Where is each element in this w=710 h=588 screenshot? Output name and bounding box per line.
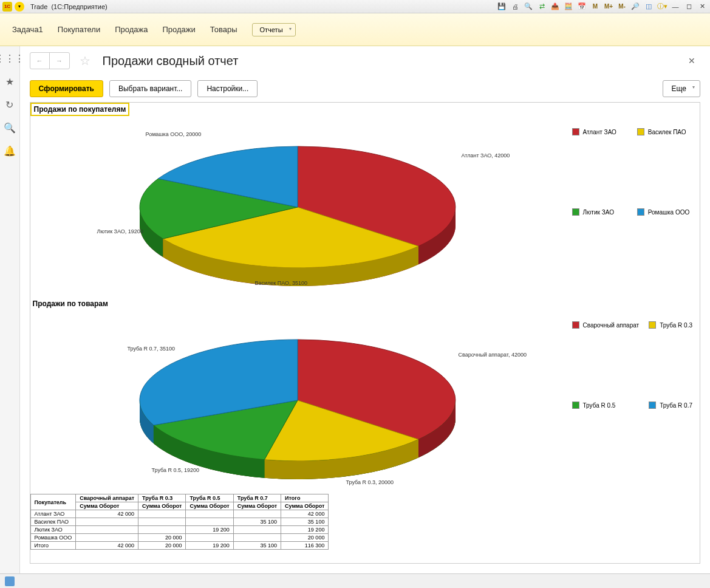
- pie-label-tube03: Труба R 0.3, 20000: [346, 479, 394, 485]
- menu-item-task1[interactable]: Задача1: [12, 25, 43, 34]
- titlebar: 1С ▾ Trade (1С:Предприятие) 💾 🖨 🔍 ⇄ 📤 🧮 …: [0, 0, 710, 13]
- legend-goods: Сварочный аппарат Труба R 0.3 Труба R 0.…: [565, 309, 700, 491]
- menu-item-buyers[interactable]: Покупатели: [58, 25, 100, 34]
- summary-table: Покупатель Сварочный аппарат Труба R 0.3…: [30, 494, 329, 550]
- legend-item: Сварочный аппарат: [572, 321, 640, 329]
- calculator-icon[interactable]: 🧮: [563, 1, 574, 12]
- sidebar: ⋮⋮⋮ ★ ↻ 🔍 🔔: [0, 46, 20, 573]
- legend-item: Ромашка ООО: [637, 208, 692, 216]
- zoom-in-icon[interactable]: 🔎: [630, 1, 641, 12]
- table-row: Итого42 00020 00019 20035 100116 300: [30, 542, 329, 550]
- calendar-icon[interactable]: 📅: [576, 1, 587, 12]
- maximize-button[interactable]: ◻: [683, 1, 694, 12]
- sub-c3: Сумма Оборот: [233, 502, 281, 510]
- info-icon[interactable]: ⓘ▾: [657, 1, 667, 12]
- sub-c2: Сумма Оборот: [186, 502, 233, 510]
- legend-label: Атлант ЗАО: [583, 129, 616, 135]
- window-title: Trade (1С:Предприятие): [30, 3, 108, 10]
- pie-chart-buyers: Атлант ЗАО, 42000 Василек ПАО, 35100 Лют…: [30, 116, 565, 298]
- legend-item: Труба R 0.3: [649, 321, 692, 329]
- sub-c1: Сумма Оборот: [138, 502, 186, 510]
- page-header: ← → ☆ Продажи сводный отчет ✕: [20, 46, 710, 75]
- memory-m-icon[interactable]: M: [590, 1, 601, 12]
- minimize-button[interactable]: —: [670, 1, 681, 12]
- legend-label: Сварочный аппарат: [583, 322, 640, 329]
- statusbar: [0, 573, 710, 588]
- notifications-bell-icon[interactable]: 🔔: [4, 145, 16, 157]
- pie-label-romashka: Ромашка ООО, 20000: [146, 131, 202, 137]
- menu-reports-dropdown[interactable]: Отчеты: [252, 23, 296, 36]
- col-c2: Труба R 0.5: [186, 494, 233, 502]
- pie-chart-goods: Сварочный аппарат, 42000 Труба R 0.3, 20…: [30, 309, 565, 491]
- legend-buyers: Атлант ЗАО Василек ПАО Лютик ЗАО Ромашка…: [565, 116, 700, 298]
- menu-item-sale[interactable]: Продажа: [115, 25, 148, 34]
- choose-variant-button[interactable]: Выбрать вариант...: [109, 80, 191, 97]
- memory-mplus-icon[interactable]: M+: [603, 1, 614, 12]
- nav-forward-button[interactable]: →: [50, 53, 69, 69]
- report-toolbar: Сформировать Выбрать вариант... Настройк…: [20, 75, 710, 102]
- legend-item: Труба R 0.7: [649, 402, 692, 409]
- page-title: Продажи сводный отчет: [103, 54, 239, 68]
- page-favorite-star-icon[interactable]: ☆: [80, 53, 90, 68]
- favorite-star-icon[interactable]: ★: [4, 75, 16, 87]
- pie-label-tube05: Труба R 0.5, 19200: [152, 467, 200, 473]
- app-name: Trade: [30, 3, 47, 10]
- report-body: Продажи по покупателям: [30, 102, 700, 564]
- table-row: Василек ПАО35 10035 100: [30, 518, 329, 526]
- compare-icon[interactable]: ⇄: [536, 1, 547, 12]
- memory-mminus-icon[interactable]: M-: [616, 1, 627, 12]
- legend-label: Труба R 0.7: [660, 402, 692, 409]
- pie-label-vasilek: Василек ПАО, 35100: [255, 280, 308, 286]
- menu-item-goods[interactable]: Товары: [210, 25, 237, 34]
- search-icon[interactable]: 🔍: [4, 121, 16, 134]
- table-row: Атлант ЗАО42 00042 000: [30, 510, 329, 518]
- table-row: Лютик ЗАО19 20019 200: [30, 526, 329, 534]
- legend-label: Труба R 0.5: [583, 402, 616, 409]
- history-icon[interactable]: ↻: [4, 98, 16, 111]
- section-title-goods: Продажи по товарам: [30, 298, 700, 309]
- legend-item: Труба R 0.5: [572, 402, 640, 409]
- table-row: Ромашка ООО20 00020 000: [30, 534, 329, 542]
- page-close-button[interactable]: ✕: [683, 53, 700, 68]
- preview-icon[interactable]: 🔍: [523, 1, 534, 12]
- legend-label: Ромашка ООО: [648, 209, 690, 216]
- col-total: Итого: [281, 494, 329, 502]
- generate-button[interactable]: Сформировать: [30, 80, 103, 97]
- col-c3: Труба R 0.7: [233, 494, 281, 502]
- sub-c0: Сумма Оборот: [76, 502, 138, 510]
- close-button[interactable]: ✕: [697, 1, 708, 12]
- legend-label: Лютик ЗАО: [583, 209, 614, 216]
- app-logo-icon: 1С: [2, 2, 12, 12]
- legend-item: Атлант ЗАО: [572, 128, 627, 135]
- settings-button[interactable]: Настройки...: [197, 80, 258, 97]
- print-icon[interactable]: 🖨: [510, 1, 521, 12]
- col-c1: Труба R 0.3: [138, 494, 186, 502]
- legend-label: Труба R 0.3: [660, 322, 692, 329]
- pie-label-lyutik: Лютик ЗАО, 19200: [97, 228, 143, 234]
- nav-arrows: ← →: [30, 52, 70, 69]
- legend-item: Лютик ЗАО: [572, 208, 627, 216]
- pie-label-tube07: Труба R 0.7, 35100: [128, 346, 176, 352]
- menu-item-sales[interactable]: Продажи: [162, 25, 195, 34]
- table-header-row: Покупатель Сварочный аппарат Труба R 0.3…: [30, 494, 329, 502]
- pie-label-atlant: Атлант ЗАО, 42000: [462, 152, 510, 159]
- panel-icon[interactable]: ◫: [643, 1, 654, 12]
- section-title-buyers: Продажи по покупателям: [30, 103, 130, 116]
- apps-grid-icon[interactable]: ⋮⋮⋮: [4, 52, 16, 64]
- col-buyer: Покупатель: [30, 494, 76, 510]
- col-c0: Сварочный аппарат: [76, 494, 138, 502]
- status-connection-icon[interactable]: [5, 576, 15, 586]
- save-icon[interactable]: 💾: [496, 1, 507, 12]
- sub-total: Сумма Оборот: [281, 502, 329, 510]
- app-suffix: (1С:Предприятие): [51, 3, 107, 10]
- more-button[interactable]: Еще: [663, 80, 700, 97]
- nav-back-button[interactable]: ←: [30, 53, 50, 69]
- export-icon[interactable]: 📤: [550, 1, 561, 12]
- legend-label: Василек ПАО: [648, 129, 686, 135]
- app-menu-dropdown-icon[interactable]: ▾: [15, 2, 24, 12]
- pie-label-welder: Сварочный аппарат, 42000: [459, 352, 527, 358]
- legend-item: Василек ПАО: [637, 128, 692, 135]
- menubar: Задача1 Покупатели Продажа Продажи Товар…: [0, 13, 710, 46]
